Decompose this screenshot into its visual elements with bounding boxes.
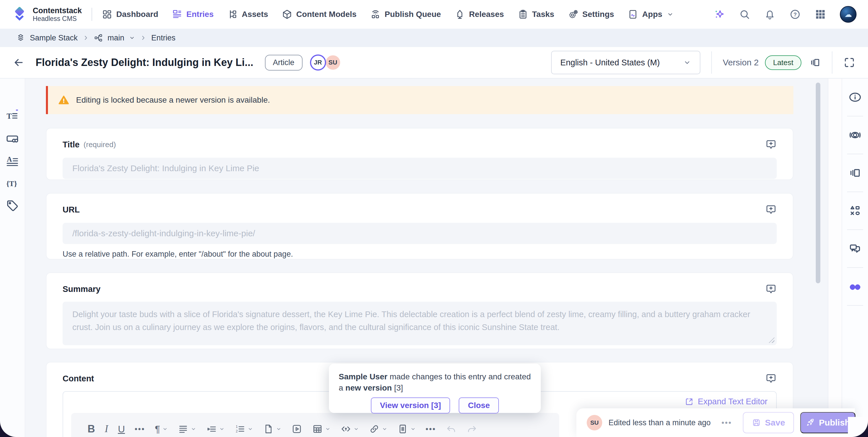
svg-text:?: ? — [794, 11, 797, 18]
fullscreen-icon[interactable] — [843, 57, 856, 69]
table-button[interactable] — [307, 420, 336, 437]
undo-button — [441, 420, 462, 437]
save-button[interactable]: Save — [743, 412, 794, 433]
nav-item-dashboard[interactable]: Dashboard — [102, 9, 158, 20]
breadcrumb-stack[interactable]: Sample Stack — [30, 34, 78, 42]
chevron-right-icon — [82, 34, 89, 41]
numbered-list-button[interactable]: 12 — [229, 420, 258, 437]
references-icon[interactable] — [842, 192, 868, 229]
close-button[interactable]: Close — [459, 397, 499, 413]
nav-item-settings[interactable]: Settings — [568, 9, 614, 20]
nav-item-apps[interactable]: Apps — [628, 9, 674, 20]
link-icon — [369, 424, 380, 434]
chevron-down-icon — [382, 426, 388, 432]
more-actions-icon[interactable]: ••• — [722, 418, 732, 427]
content-models-icon — [282, 9, 292, 20]
publish-button[interactable]: Publish — [800, 412, 856, 433]
url-input[interactable]: /florida-s-zesty-delight-indulging-in-ke… — [63, 223, 777, 244]
ai-assistant-icon[interactable] — [714, 9, 725, 20]
contentstack-logo-icon — [11, 6, 28, 22]
nav-item-label: Settings — [582, 10, 614, 19]
add-comment-icon[interactable] — [765, 204, 777, 215]
view-version-button[interactable]: View version [3] — [371, 397, 451, 413]
title-field-icon[interactable]: T* — [6, 109, 19, 123]
back-arrow-icon[interactable] — [12, 57, 25, 69]
field-navigation-rail: T*A{T} — [0, 78, 25, 437]
avatar-su[interactable]: SU — [325, 55, 341, 71]
latest-badge: Latest — [765, 55, 801, 70]
redo-button — [462, 420, 482, 437]
nav-item-label: Assets — [242, 10, 268, 19]
url-help-text: Use a relative path. For example, enter … — [63, 250, 777, 259]
contentstack-logo[interactable]: Contentstack Headless CMS — [11, 6, 82, 22]
avatar-jr[interactable]: JR — [310, 55, 326, 71]
brand-name: Contentstack — [33, 6, 82, 15]
compare-versions-icon[interactable] — [809, 57, 821, 68]
add-comment-icon[interactable] — [765, 373, 777, 384]
chevron-down-icon[interactable] — [129, 35, 135, 41]
italic-button[interactable]: I — [100, 420, 113, 437]
more-formatting-button[interactable]: ••• — [130, 420, 150, 437]
text-field-icon[interactable]: A — [6, 154, 19, 167]
paragraph-style-button[interactable]: ¶ — [150, 420, 173, 437]
content-field-label: Content — [63, 374, 94, 383]
edit-status-text: Edited less than a minute ago — [609, 418, 711, 427]
title-required-label: (required) — [84, 140, 116, 149]
expand-text-editor-link[interactable]: Expand Text Editor — [685, 397, 768, 406]
discussions-icon[interactable] — [842, 230, 868, 267]
title-input[interactable]: Florida's Zesty Delight: Indulging in Ke… — [63, 158, 777, 179]
help-icon[interactable]: ? — [789, 9, 801, 20]
rich-text-field-icon[interactable]: {T} — [6, 177, 19, 190]
underline-icon: U — [118, 424, 125, 435]
vertical-scrollbar[interactable] — [816, 82, 820, 283]
information-glyph — [848, 91, 862, 104]
side-panel-icon[interactable] — [842, 154, 868, 192]
svg-text:T: T — [7, 112, 12, 121]
dashboard-icon — [102, 9, 112, 20]
embed-item-button[interactable] — [286, 420, 307, 437]
bold-button[interactable]: B — [83, 420, 100, 437]
summary-textarea[interactable]: Delight your taste buds with a slice of … — [63, 302, 777, 345]
header-divider — [832, 51, 832, 74]
live-preview-glyph — [848, 129, 862, 142]
title-field-card: Title (required) Florida's Zesty Delight… — [46, 128, 794, 180]
bullet-list-button[interactable] — [201, 420, 229, 437]
svg-text:{T}: {T} — [6, 179, 17, 188]
entries-icon — [172, 9, 182, 20]
underline-button[interactable]: U — [113, 420, 130, 437]
widget-rail — [842, 78, 868, 437]
nav-item-tasks[interactable]: Tasks — [518, 9, 554, 20]
user-avatar[interactable]: ☁ — [840, 6, 857, 23]
insert-page-button[interactable] — [258, 420, 286, 437]
insert-page-icon — [263, 424, 274, 434]
add-comment-icon[interactable] — [765, 139, 777, 150]
chevron-down-icon — [162, 426, 168, 432]
live-preview-icon[interactable] — [842, 116, 868, 154]
more-tools-button[interactable]: ••• — [421, 420, 441, 437]
nav-item-releases[interactable]: Releases — [455, 9, 504, 20]
summary-text: Delight your taste buds with a slice of … — [72, 310, 750, 332]
add-comment-icon[interactable] — [765, 283, 777, 295]
nav-item-assets[interactable]: Assets — [227, 9, 268, 20]
nav-item-entries[interactable]: Entries — [172, 9, 214, 20]
notifications-bell-icon[interactable] — [764, 9, 776, 20]
anchor-button[interactable] — [392, 420, 421, 437]
nav-item-content-models[interactable]: Content Models — [282, 9, 356, 20]
locale-select[interactable]: English - United States (M) — [551, 51, 701, 74]
resize-handle[interactable] — [769, 337, 774, 343]
code-block-button[interactable] — [336, 420, 364, 437]
nav-item-publish-queue[interactable]: Publish Queue — [370, 9, 441, 20]
alignment-button[interactable] — [173, 420, 201, 437]
rail-divider — [847, 305, 863, 306]
app-launcher-grid-icon[interactable] — [815, 9, 826, 20]
url-field-icon[interactable] — [6, 132, 19, 145]
chevron-down-icon — [247, 426, 253, 432]
breadcrumb-branch[interactable]: main — [107, 34, 125, 42]
alignment-icon — [178, 424, 189, 434]
marketplace-app-icon[interactable] — [842, 268, 868, 305]
search-icon[interactable] — [739, 9, 750, 20]
tags-field-icon[interactable] — [6, 199, 19, 212]
stack-icon — [16, 33, 25, 42]
information-icon[interactable] — [842, 78, 868, 116]
link-button[interactable] — [364, 420, 392, 437]
